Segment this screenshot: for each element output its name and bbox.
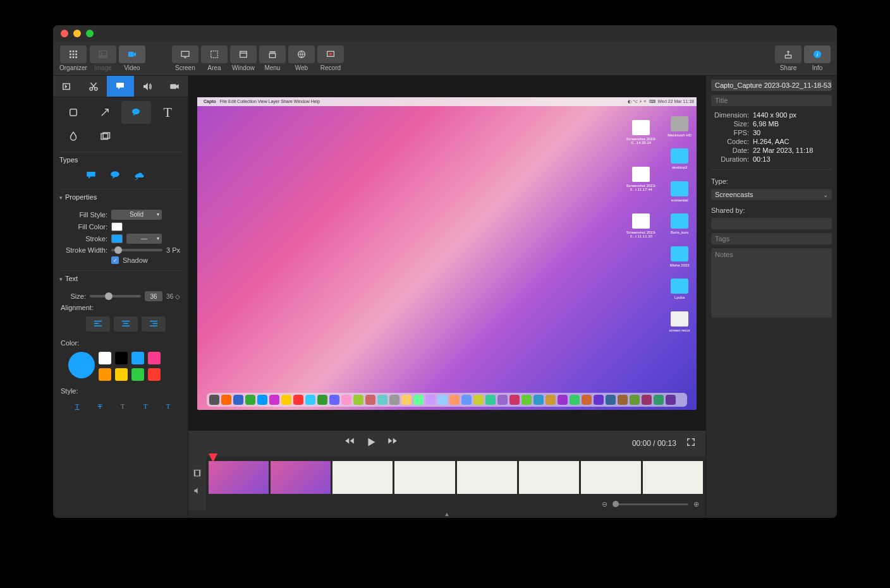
svg-rect-5	[75, 54, 77, 56]
svg-rect-18	[269, 54, 275, 58]
text-size-slider[interactable]	[90, 295, 141, 297]
tool-arrow[interactable]	[90, 101, 120, 124]
align-left-button[interactable]	[86, 316, 110, 332]
color-red[interactable]	[148, 368, 161, 381]
notes-field[interactable]: Notes	[711, 248, 832, 318]
tab-camera[interactable]	[161, 76, 188, 97]
svg-rect-46	[194, 470, 195, 476]
timeline: ⊖ ⊕	[188, 456, 705, 510]
text-section-label[interactable]: Text	[53, 271, 188, 285]
color-white[interactable]	[99, 352, 111, 364]
timeline-thumbnail[interactable]	[271, 461, 331, 494]
tb-area[interactable]: Area	[201, 45, 228, 71]
color-orange[interactable]	[99, 368, 111, 381]
audio-track-icon[interactable]	[193, 486, 202, 498]
color-green[interactable]	[131, 368, 144, 381]
timeline-thumbnail[interactable]	[209, 461, 269, 494]
rewind-button[interactable]	[344, 435, 355, 452]
tool-text[interactable]: T	[152, 101, 183, 124]
timeline-zoom: ⊖ ⊕	[602, 500, 699, 508]
type-select[interactable]: Screencasts	[711, 189, 832, 200]
style-underline[interactable]: T	[68, 400, 86, 412]
tab-annotate[interactable]	[107, 76, 134, 97]
fill-style-select[interactable]: Solid	[111, 210, 162, 220]
main-toolbar: Organizer Image Video Screen Area	[53, 42, 837, 76]
zoom-icon[interactable]	[86, 30, 94, 37]
preview-menubar: Capto File Edit Collection View Layer Sh…	[197, 97, 697, 106]
app-window: Organizer Image Video Screen Area	[53, 25, 837, 518]
edit-mode-tabs	[53, 76, 188, 97]
zoom-in-icon[interactable]: ⊕	[693, 500, 699, 508]
style-regular[interactable]: T	[137, 400, 154, 412]
shared-by-field[interactable]	[711, 218, 832, 229]
svg-rect-28	[170, 84, 176, 89]
forward-button[interactable]	[387, 435, 398, 452]
color-yellow[interactable]	[115, 368, 128, 381]
callout-type-square[interactable]	[82, 169, 100, 183]
timeline-thumbnail[interactable]	[643, 461, 703, 494]
text-size-stepper[interactable]: 36 ◇	[166, 293, 180, 300]
fill-color-swatch[interactable]	[111, 222, 123, 231]
tab-trim[interactable]	[53, 76, 80, 97]
timeline-thumbnail[interactable]	[394, 461, 454, 494]
title-field[interactable]: Title	[711, 95, 832, 106]
callout-type-cloud[interactable]	[130, 169, 148, 183]
align-center-button[interactable]	[114, 316, 138, 332]
timeline-thumbnail[interactable]	[332, 461, 393, 494]
timeline-thumbnail[interactable]	[457, 461, 517, 494]
svg-rect-47	[199, 470, 200, 476]
tags-field[interactable]: Tags	[711, 233, 832, 244]
timeline-thumbnail[interactable]	[581, 461, 641, 494]
timeline-thumbnail[interactable]	[519, 461, 579, 494]
shadow-checkbox[interactable]: ✓	[111, 256, 119, 264]
tool-shape[interactable]	[58, 101, 88, 124]
tb-video[interactable]: Video	[119, 45, 145, 71]
align-right-button[interactable]	[142, 316, 166, 332]
tb-info[interactable]: i Info	[804, 45, 831, 71]
timeline-track[interactable]: ⊖ ⊕	[206, 456, 705, 510]
callout-type-oval[interactable]	[106, 169, 124, 183]
svg-rect-3	[70, 54, 71, 56]
style-outline[interactable]: T	[159, 400, 177, 412]
expand-handle[interactable]: ▲	[188, 510, 705, 518]
tb-record[interactable]: Record	[317, 45, 344, 71]
svg-rect-2	[75, 51, 77, 52]
color-current[interactable]	[68, 352, 95, 378]
stroke-width-slider[interactable]	[111, 249, 162, 251]
color-pink[interactable]	[148, 352, 161, 364]
tb-menu[interactable]: Menu	[259, 45, 286, 71]
minimize-icon[interactable]	[73, 30, 81, 37]
style-plain[interactable]: T	[114, 400, 131, 412]
play-button[interactable]	[364, 435, 378, 452]
preview-desktop-icons: Screenshot 2023-0...14.35.24Screenshot 2…	[626, 116, 692, 333]
tb-window[interactable]: Window	[230, 45, 257, 71]
body: T Types Properties Fill Style:Solid Fill…	[53, 76, 837, 518]
tool-image[interactable]	[90, 125, 120, 148]
tb-share[interactable]: Share	[775, 45, 802, 71]
stroke-style-select[interactable]: —	[126, 234, 162, 244]
zoom-slider[interactable]	[613, 503, 688, 505]
tb-organizer[interactable]: Organizer	[59, 45, 87, 71]
tab-audio[interactable]	[134, 76, 161, 97]
svg-rect-8	[75, 56, 77, 58]
filename-field[interactable]: Capto_Capture 2023-03-22_11-18-53	[711, 80, 832, 91]
style-strike[interactable]: T	[91, 400, 109, 412]
tool-blur[interactable]	[58, 125, 88, 148]
fullscreen-button[interactable]	[685, 436, 697, 450]
tb-web[interactable]: Web	[288, 45, 315, 71]
preview-frame: Capto File Edit Collection View Layer Sh…	[197, 97, 697, 410]
tool-callout[interactable]	[121, 101, 152, 124]
svg-rect-6	[70, 56, 71, 58]
zoom-out-icon[interactable]: ⊖	[602, 500, 607, 508]
close-icon[interactable]	[61, 30, 68, 37]
color-black[interactable]	[115, 352, 128, 364]
tab-cut[interactable]	[80, 76, 107, 97]
properties-label[interactable]: Properties	[53, 189, 188, 203]
video-preview[interactable]: Capto File Edit Collection View Layer Sh…	[188, 76, 705, 431]
stroke-color-swatch[interactable]	[111, 234, 123, 243]
tb-screen[interactable]: Screen	[172, 45, 198, 71]
svg-rect-11	[128, 52, 134, 57]
color-blue[interactable]	[131, 352, 144, 364]
video-track-icon[interactable]	[193, 469, 202, 480]
preview-dock	[207, 393, 687, 407]
